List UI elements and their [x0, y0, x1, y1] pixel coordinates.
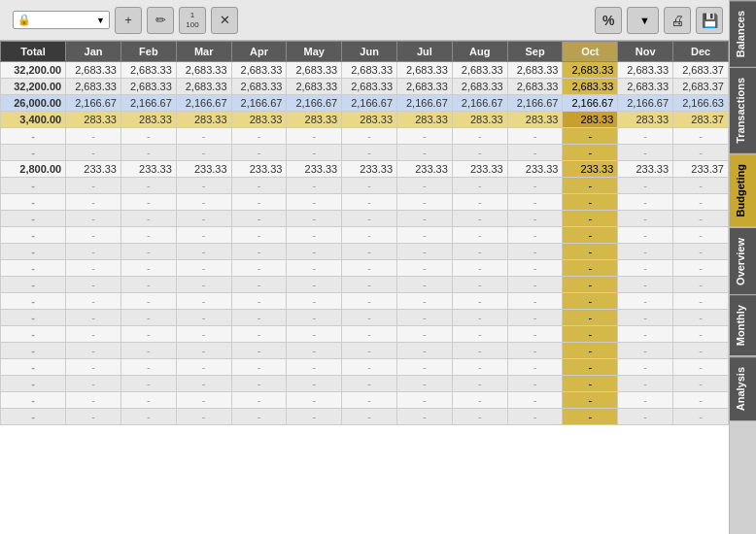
- table-cell: -: [397, 277, 453, 293]
- table-cell: 233.33: [452, 161, 507, 178]
- table-cell: -: [287, 409, 342, 425]
- table-cell: -: [507, 211, 563, 227]
- table-cell: -: [342, 310, 397, 326]
- table-cell: -: [618, 178, 673, 194]
- table-cell: 2,683.33: [397, 62, 453, 79]
- table-cell: -: [66, 128, 121, 145]
- table-cell: 283.33: [120, 112, 176, 128]
- table-row: 32,200.002,683.332,683.332,683.332,683.3…: [1, 62, 729, 79]
- table-cell: -: [563, 260, 618, 277]
- table-cell: 2,166.67: [563, 95, 618, 112]
- table-cell: -: [507, 409, 563, 425]
- table-cell: 283.33: [176, 112, 231, 128]
- col-header-jan: Jan: [66, 42, 121, 62]
- table-cell: -: [1, 244, 66, 260]
- table-cell: -: [507, 244, 563, 260]
- sidebar-tab-analysis[interactable]: Analysis: [730, 356, 756, 420]
- table-cell: 2,166.67: [176, 95, 231, 112]
- table-cell: -: [287, 178, 342, 194]
- edit-button[interactable]: ✏: [147, 7, 174, 34]
- table-cell: -: [673, 277, 729, 293]
- table-cell: -: [563, 359, 618, 376]
- table-cell: -: [507, 376, 563, 392]
- table-cell: -: [452, 343, 507, 359]
- col-header-dec: Dec: [673, 42, 729, 62]
- table-cell: -: [673, 359, 729, 376]
- table-cell: -: [673, 227, 729, 244]
- table-row: -------------: [1, 227, 729, 244]
- table-cell: -: [397, 145, 453, 161]
- table-cell: -: [507, 392, 563, 409]
- table-cell: -: [507, 227, 563, 244]
- table-cell: 233.33: [231, 161, 287, 178]
- table-cell: -: [1, 128, 66, 145]
- table-cell: -: [1, 211, 66, 227]
- table-row: -------------: [1, 343, 729, 359]
- table-cell: -: [673, 178, 729, 194]
- table-cell: -: [673, 409, 729, 425]
- table-cell: -: [397, 409, 453, 425]
- table-cell: -: [397, 211, 453, 227]
- table-cell: -: [231, 244, 287, 260]
- table-cell: -: [452, 409, 507, 425]
- table-cell: -: [176, 343, 231, 359]
- table-row: 26,000.002,166.672,166.672,166.672,166.6…: [1, 95, 729, 112]
- table-cell: -: [618, 244, 673, 260]
- table-cell: 2,683.33: [287, 79, 342, 95]
- table-cell: -: [66, 409, 121, 425]
- table-cell: -: [342, 376, 397, 392]
- percent-button[interactable]: %: [595, 7, 622, 34]
- table-cell: -: [231, 376, 287, 392]
- table-cell: -: [176, 178, 231, 194]
- table-cell: -: [452, 293, 507, 310]
- sidebar-tab-overview[interactable]: Overview: [730, 227, 756, 295]
- table-cell: 2,683.33: [342, 62, 397, 79]
- table-cell: -: [1, 227, 66, 244]
- table-row: 3,400.00283.33283.33283.33283.33283.3328…: [1, 112, 729, 128]
- table-cell: -: [342, 145, 397, 161]
- x-icon: ✕: [220, 13, 230, 27]
- table-cell: -: [231, 359, 287, 376]
- table-cell: -: [452, 310, 507, 326]
- printer-icon: 🖨: [670, 13, 684, 28]
- add-button[interactable]: +: [115, 7, 142, 34]
- table-cell: -: [452, 326, 507, 343]
- table-cell: -: [120, 260, 176, 277]
- table-container: TotalJanFebMarAprMayJunJulAugSepOctNovDe…: [0, 41, 729, 534]
- delete-button[interactable]: ✕: [211, 7, 238, 34]
- table-cell: -: [452, 194, 507, 211]
- sidebar-tab-balances[interactable]: Balances: [730, 0, 756, 67]
- table-cell: 2,683.33: [507, 79, 563, 95]
- table-cell: -: [563, 277, 618, 293]
- table-cell: -: [452, 376, 507, 392]
- table-row: -------------: [1, 145, 729, 161]
- table-row: -------------: [1, 211, 729, 227]
- sidebar-tab-transactions[interactable]: Transactions: [730, 67, 756, 153]
- table-cell: 2,683.37: [673, 79, 729, 95]
- table-cell: -: [397, 260, 453, 277]
- table-cell: 283.33: [507, 112, 563, 128]
- table-cell: -: [507, 343, 563, 359]
- table-cell: 233.33: [563, 161, 618, 178]
- sidebar-tab-budgeting[interactable]: Budgeting: [730, 153, 756, 226]
- table-cell: -: [673, 326, 729, 343]
- table-cell: 233.33: [342, 161, 397, 178]
- sidebar-tab-monthly[interactable]: Monthly: [730, 294, 756, 355]
- table-cell: -: [563, 343, 618, 359]
- table-cell: -: [673, 260, 729, 277]
- table-cell: -: [287, 194, 342, 211]
- table-cell: -: [342, 178, 397, 194]
- save-button[interactable]: 💾: [696, 7, 723, 34]
- table-cell: -: [342, 293, 397, 310]
- col-header-total: Total: [1, 42, 66, 62]
- table-cell: 2,683.33: [342, 79, 397, 95]
- table-cell: -: [120, 376, 176, 392]
- show-budget-button[interactable]: ▼: [627, 7, 659, 34]
- table-cell: -: [1, 145, 66, 161]
- table-cell: 2,683.33: [176, 62, 231, 79]
- print-button[interactable]: 🖨: [664, 7, 691, 34]
- budget-selector[interactable]: 🔒 ▼: [13, 11, 110, 29]
- table-cell: 2,166.67: [507, 95, 563, 112]
- table-cell: -: [66, 293, 121, 310]
- fraction-button[interactable]: 1100: [179, 7, 206, 34]
